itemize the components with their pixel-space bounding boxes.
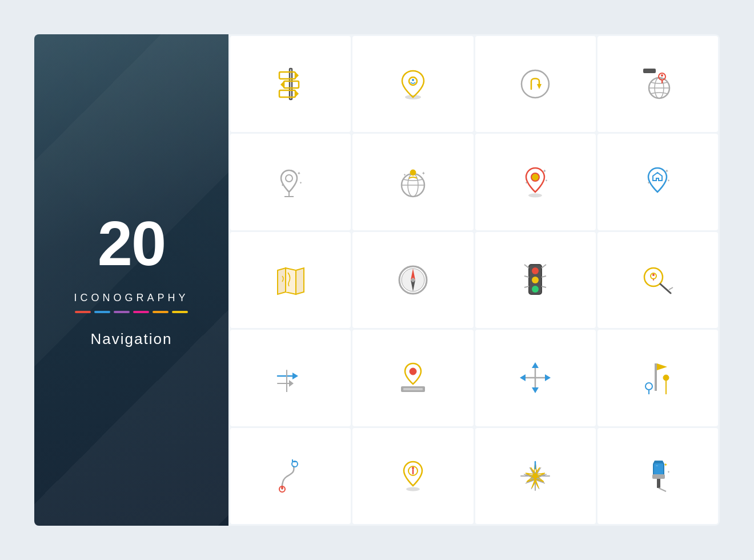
svg-marker-68 xyxy=(289,380,294,387)
svg-marker-78 xyxy=(520,374,526,381)
svg-point-93 xyxy=(412,467,414,469)
svg-marker-40 xyxy=(278,268,286,294)
main-container: 20 ICONOGRAPHY Navigation xyxy=(34,34,720,526)
red-pin-sparkle-icon: ✦ ✦ ✦ xyxy=(515,162,555,202)
svg-point-50 xyxy=(532,277,539,283)
svg-point-70 xyxy=(410,368,416,375)
svg-marker-11 xyxy=(537,84,542,89)
svg-point-51 xyxy=(532,286,539,293)
svg-point-17 xyxy=(661,74,663,77)
traffic-light-icon-cell xyxy=(475,232,596,328)
map-icon-cell xyxy=(230,232,351,328)
signpost-icon-cell xyxy=(230,36,351,132)
signpost-icon xyxy=(271,64,311,104)
u-turn-icon-cell xyxy=(475,36,596,132)
svg-line-53 xyxy=(542,265,546,268)
pin-sparkle-icon: ✦ ✦ ✦ xyxy=(271,162,311,202)
location-pin-icon-cell xyxy=(352,36,473,132)
svg-marker-76 xyxy=(532,387,539,393)
color-bar-orange xyxy=(153,311,169,313)
compass-icon xyxy=(393,260,433,300)
destination-icon xyxy=(637,358,677,398)
compass-icon-cell xyxy=(352,232,473,328)
svg-text:✦: ✦ xyxy=(543,169,547,174)
decorative-lines xyxy=(34,34,228,526)
u-turn-icon xyxy=(515,64,555,104)
svg-marker-42 xyxy=(296,268,304,294)
svg-point-49 xyxy=(532,267,539,274)
svg-line-63 xyxy=(669,287,673,290)
color-bar-purple xyxy=(114,311,130,313)
map-icon xyxy=(271,260,311,300)
globe-person-icon: ✦ ✦ xyxy=(393,162,433,202)
color-bar-red xyxy=(75,311,91,313)
destination-icon-cell xyxy=(597,330,718,426)
svg-rect-1 xyxy=(279,72,295,79)
svg-marker-4 xyxy=(280,81,284,88)
svg-text:✦: ✦ xyxy=(664,462,668,467)
svg-rect-105 xyxy=(652,474,665,479)
traffic-light-icon xyxy=(515,260,555,300)
svg-text:✦: ✦ xyxy=(403,173,406,177)
svg-text:✦: ✦ xyxy=(297,171,301,176)
svg-marker-65 xyxy=(292,373,298,379)
svg-rect-72 xyxy=(403,388,423,390)
pushpin-icon: ✦ ✦ xyxy=(637,456,677,496)
svg-marker-82 xyxy=(657,363,667,370)
svg-line-62 xyxy=(660,284,671,293)
four-arrows-icon-cell xyxy=(475,330,596,426)
info-pin-icon xyxy=(393,456,433,496)
svg-point-60 xyxy=(652,274,655,276)
svg-marker-36 xyxy=(653,173,662,181)
svg-rect-12 xyxy=(643,69,656,73)
search-location-icon-cell xyxy=(597,232,718,328)
svg-point-88 xyxy=(281,487,283,489)
svg-text:✦: ✦ xyxy=(667,179,670,182)
pin-road-icon xyxy=(393,358,433,398)
four-arrows-icon xyxy=(515,358,555,398)
svg-point-85 xyxy=(663,375,669,381)
svg-marker-41 xyxy=(286,268,296,294)
navigation-label: Navigation xyxy=(91,330,173,348)
directions-icon-cell xyxy=(230,330,351,426)
svg-point-83 xyxy=(645,383,652,390)
svg-marker-2 xyxy=(295,72,299,79)
iconography-label: ICONOGRAPHY xyxy=(74,292,188,304)
directions-icon xyxy=(271,358,311,398)
pin-sparkle-icon-cell: ✦ ✦ ✦ xyxy=(230,134,351,230)
globe-location-icon xyxy=(637,64,677,104)
svg-line-54 xyxy=(524,276,529,277)
left-panel: 20 ICONOGRAPHY Navigation xyxy=(34,34,228,526)
svg-text:✦: ✦ xyxy=(545,179,548,182)
star-compass-icon-cell xyxy=(475,428,596,524)
pin-road-icon-cell xyxy=(352,330,473,426)
svg-rect-81 xyxy=(655,363,657,391)
search-location-icon xyxy=(637,260,677,300)
color-bar-pink xyxy=(133,311,149,313)
svg-rect-5 xyxy=(279,90,295,97)
svg-text:✦: ✦ xyxy=(525,181,528,185)
svg-point-98 xyxy=(532,473,538,479)
svg-point-10 xyxy=(522,70,549,98)
svg-marker-80 xyxy=(545,374,551,381)
svg-text:✦: ✦ xyxy=(281,183,284,187)
route-icon xyxy=(271,456,311,496)
svg-point-95 xyxy=(406,487,420,491)
svg-line-55 xyxy=(542,276,546,277)
pushpin-icon-cell: ✦ ✦ xyxy=(597,428,718,524)
svg-point-28 xyxy=(410,170,416,175)
home-pin-icon-cell: ✦ ✦ ✦ xyxy=(597,134,718,230)
svg-text:✦: ✦ xyxy=(665,169,669,174)
svg-text:✦: ✦ xyxy=(299,181,302,185)
svg-point-32 xyxy=(528,193,542,197)
svg-rect-0 xyxy=(290,69,292,99)
svg-text:✦: ✦ xyxy=(667,470,670,474)
svg-point-47 xyxy=(411,278,415,282)
globe-location-icon-cell xyxy=(597,36,718,132)
svg-line-56 xyxy=(524,286,529,287)
color-bar-blue xyxy=(94,311,110,313)
svg-text:✦: ✦ xyxy=(647,181,650,185)
svg-text:✦: ✦ xyxy=(422,171,426,176)
svg-marker-74 xyxy=(532,362,539,368)
info-pin-icon-cell xyxy=(352,428,473,524)
